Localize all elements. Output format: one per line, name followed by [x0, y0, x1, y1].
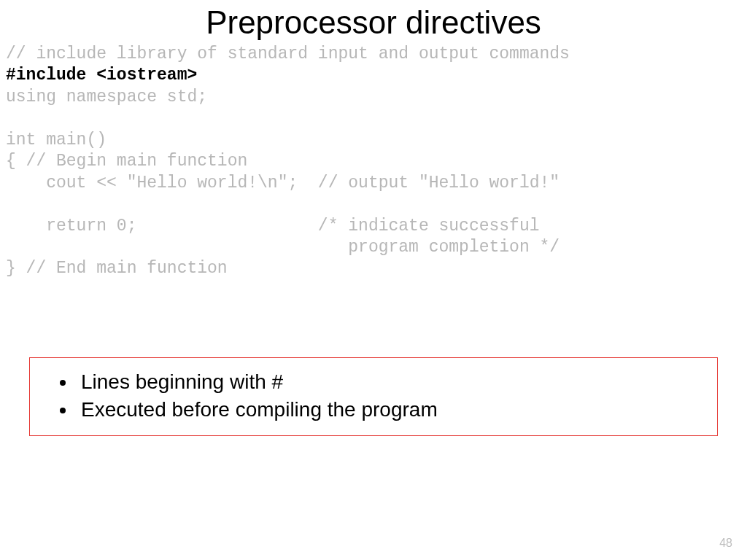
bullet-2: Executed before compiling the program: [77, 396, 703, 424]
callout-box: Lines beginning with # Executed before c…: [29, 357, 718, 436]
code-block: // include library of standard input and…: [0, 41, 747, 280]
code-line-5: int main(): [6, 131, 107, 149]
bullet-list: Lines beginning with # Executed before c…: [44, 368, 703, 424]
code-line-2-include: #include <iostream>: [6, 66, 197, 85]
code-line-3: using namespace std;: [6, 88, 207, 106]
slide-title: Preprocessor directives: [0, 0, 747, 41]
code-line-11: } // End main function: [6, 259, 228, 278]
code-line-7: cout << "Hello world!\n"; // output "Hel…: [6, 174, 560, 192]
code-line-10: program completion */: [6, 238, 560, 257]
code-line-1: // include library of standard input and…: [6, 44, 570, 63]
slide: Preprocessor directives // include libra…: [0, 0, 747, 560]
code-line-9: return 0; /* indicate successful: [6, 217, 540, 236]
page-number: 48: [719, 537, 732, 550]
code-line-6: { // Begin main function: [6, 152, 247, 171]
bullet-1: Lines beginning with #: [77, 368, 703, 396]
